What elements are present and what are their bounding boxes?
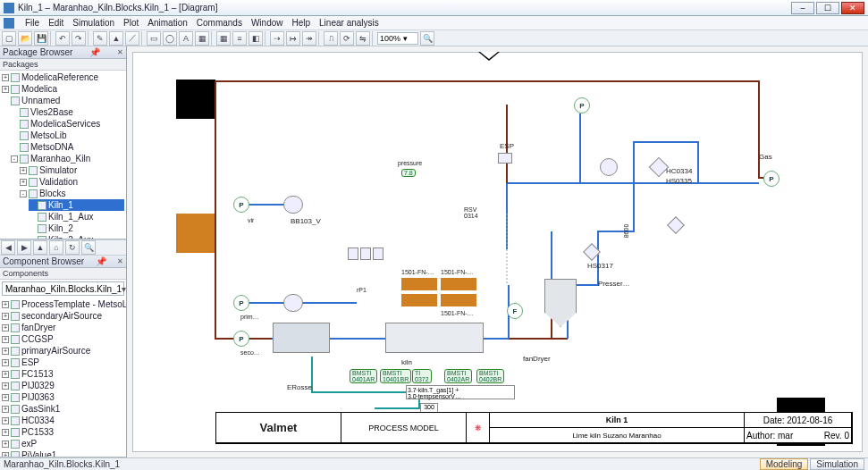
panel-close-icon[interactable]: ✕ [117,48,123,56]
zoom-combo[interactable]: 100% ▾ [377,32,418,45]
port-p[interactable]: P [233,295,249,311]
pin-icon[interactable]: 📌 [96,256,106,266]
expander-icon[interactable]: + [2,371,9,378]
tree-row[interactable]: +CCGSP [2,333,124,345]
mixer-node[interactable] [348,248,358,260]
expander-icon[interactable]: - [20,190,27,197]
menu-commands[interactable]: Commands [197,18,242,28]
maximize-button[interactable]: ☐ [816,2,839,14]
expander-icon[interactable]: + [2,382,9,390]
tool-rect-icon[interactable]: ▭ [147,31,161,46]
tree-row[interactable]: Vles2Base [11,106,124,118]
esp-node[interactable] [498,153,512,164]
expander-icon[interactable]: + [2,394,9,401]
component-path-combo[interactable]: Maranhao_Kiln.Blocks.Kiln_1 ▾ [2,281,124,296]
tree-row[interactable]: +FC1513 [2,368,124,380]
tool-fill-icon[interactable]: ▦ [195,31,209,46]
mode-tab-modeling[interactable]: Modeling [760,458,809,470]
tree-row[interactable]: +primaryAirSource [2,345,124,357]
tool-route3-icon[interactable]: ↠ [302,31,316,46]
tool-undo-icon[interactable]: ↶ [55,31,70,46]
pump-node[interactable] [283,196,303,214]
tool-line-icon[interactable]: ／ [125,31,139,46]
mode-tab-simulation[interactable]: Simulation [810,458,864,470]
tree-row[interactable]: +Simulator [20,164,124,176]
tree-row[interactable]: +secondaryAirSource [2,310,124,322]
expander-icon[interactable]: + [2,74,9,81]
tree-row[interactable]: +Validation [20,176,124,188]
expander-icon[interactable]: + [2,452,9,458]
expander-icon[interactable]: + [2,324,9,332]
tree-row[interactable]: +ProcessTemplate - MetsoLib.Comm… [2,298,124,310]
tree-row[interactable]: +fanDryer [2,322,124,333]
menu-animation[interactable]: Animation [147,18,187,28]
mt-find-icon[interactable]: 🔍 [81,240,96,255]
tree-row[interactable]: Kiln_2 [29,222,124,234]
expander-icon[interactable]: - [11,155,18,163]
expander-icon[interactable]: + [2,336,9,343]
package-browser[interactable]: Packages +ModelicaReference+ModelicaUnna… [0,59,126,239]
tree-row[interactable]: -Maranhao_Kiln [11,153,124,164]
tree-row[interactable]: +ESP [2,357,124,368]
menu-linear-analysis[interactable]: Linear analysis [319,18,379,28]
tree-row[interactable]: +GasSink1 [2,403,124,415]
tree-row[interactable]: -Blocks [20,188,124,199]
expander-icon[interactable]: + [2,359,9,366]
tool-circle-icon[interactable]: ◯ [163,31,177,46]
tool-rotate-icon[interactable]: ⟳ [340,31,354,46]
port-p[interactable]: P [763,171,780,187]
tool-new-icon[interactable]: ▢ [2,31,16,46]
mt-back-icon[interactable]: ◀ [1,240,15,255]
tool-zoom-icon[interactable]: 🔍 [420,31,434,46]
tool-grid-icon[interactable]: ▦ [216,31,231,46]
tool-wand-icon[interactable]: ✎ [93,31,107,46]
package-browser-header[interactable]: Package Browser 📌 ✕ [0,46,126,59]
panel-close-icon[interactable]: ✕ [117,257,123,265]
expander-icon[interactable]: + [2,417,9,424]
mt-fwd-icon[interactable]: ▶ [17,240,31,255]
expander-icon[interactable]: + [2,301,9,308]
menu-window[interactable]: Window [251,18,283,28]
minimize-button[interactable]: – [791,2,814,14]
expander-icon[interactable]: + [20,167,27,174]
expander-icon[interactable]: + [2,441,9,448]
expander-icon[interactable]: + [2,86,9,93]
pin-icon[interactable]: 📌 [89,47,100,57]
tool-align-icon[interactable]: ≡ [232,31,247,46]
burner-box[interactable] [273,323,330,353]
port-p[interactable]: P [233,197,249,213]
mt-up-icon[interactable]: ▲ [33,240,47,255]
tree-row[interactable]: MetsoDNA [11,141,124,153]
tool-route1-icon[interactable]: ⇢ [270,31,284,46]
expander-icon[interactable]: + [2,429,9,436]
tree-row[interactable]: MetsoLib [11,130,124,141]
chevron-down-icon[interactable]: ▾ [122,284,126,294]
menu-simulation[interactable]: Simulation [72,18,114,28]
menu-help[interactable]: Help [291,18,310,28]
tool-flip-icon[interactable]: ⇋ [356,31,370,46]
tree-row[interactable]: +HC0334 [2,415,124,426]
expander-icon[interactable]: + [2,406,9,413]
tool-text-icon[interactable]: A [179,31,193,46]
menu-edit[interactable]: Edit [48,18,63,28]
pump-node[interactable] [283,294,303,312]
tool-open-icon[interactable]: 📂 [18,31,32,46]
tool-pointer-icon[interactable]: ▲ [109,31,123,46]
mixer-node[interactable] [360,248,371,260]
mt-home-icon[interactable]: ⌂ [49,240,63,255]
menu-file[interactable]: File [25,18,39,28]
diagram-canvas[interactable]: P P P P P F 3.7·kiln.T_ga [132,52,863,452]
mixer-node[interactable] [373,248,383,260]
close-button[interactable]: ✕ [841,2,864,14]
port-f[interactable]: F [507,303,523,319]
expander-icon[interactable]: + [20,179,27,186]
port-p[interactable]: P [233,331,249,347]
component-browser[interactable]: Components Maranhao_Kiln.Blocks.Kiln_1 ▾… [0,268,126,457]
tool-connector-icon[interactable]: ⎍ [324,31,338,46]
tree-row[interactable]: +ModelicaReference [2,71,124,83]
port-p[interactable]: P [574,97,590,113]
tree-row[interactable]: Kiln_1_Aux [29,211,124,222]
expander-icon[interactable]: + [2,313,9,320]
tree-row[interactable]: ModelicaServices [11,118,124,130]
tree-row[interactable]: Kiln_1 [29,199,124,211]
